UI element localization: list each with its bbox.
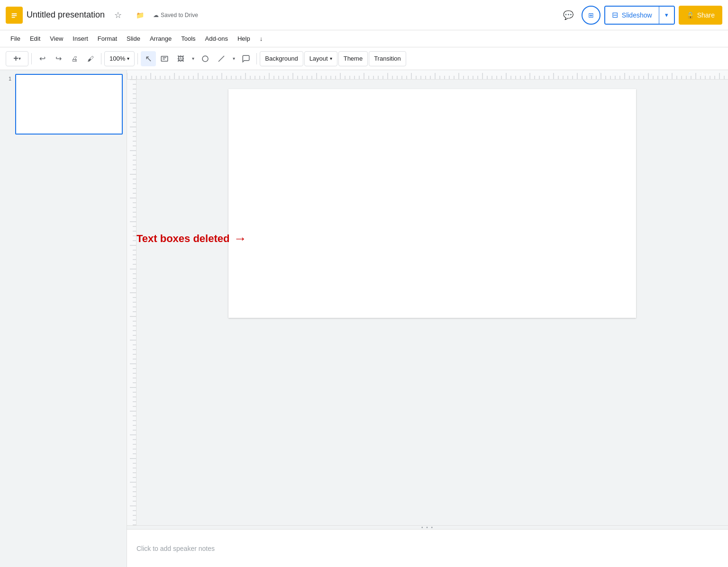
menu-slide[interactable]: Slide [122,33,145,44]
header: Untitled presentation ☆ 📁 ☁ Saved to Dri… [0,0,728,30]
line-dropdown-button[interactable]: ▾ [230,51,237,66]
redo-button[interactable]: ↪ [51,51,66,66]
svg-rect-3 [12,17,15,18]
cursor-tool-button[interactable]: ↖ [141,51,156,66]
folder-button[interactable]: 📁 [130,6,149,25]
star-button[interactable]: ☆ [109,6,127,25]
layout-dropdown-icon: ▾ [330,56,332,61]
image-dropdown-button[interactable]: ▾ [189,51,197,66]
annotation-text: Text boxes deleted [136,233,229,245]
resize-handle[interactable]: • • • [127,525,728,529]
slide-workspace: Text boxes deleted → [127,80,728,525]
present-options-button[interactable]: ⊞ [582,6,601,25]
lock-icon: 🔒 [686,11,694,19]
title-row: Untitled presentation ☆ 📁 ☁ Saved to Dri… [27,6,555,25]
google-slides-logo [6,7,23,24]
slide-item-1[interactable]: 1 [4,74,123,135]
notes-placeholder[interactable]: Click to add speaker notes [136,545,215,552]
separator-2 [101,53,101,64]
ruler-top [127,70,728,80]
shape-button[interactable] [198,51,213,66]
saved-status: ☁ Saved to Drive [153,12,198,18]
textbox-button[interactable] [157,51,172,66]
title-area: Untitled presentation ☆ 📁 ☁ Saved to Dri… [27,6,555,25]
slide-canvas-container[interactable]: Text boxes deleted → [136,80,728,525]
menu-edit[interactable]: Edit [25,33,45,44]
main-area: 1 Text boxes deleted → [0,70,728,567]
theme-button[interactable]: Theme [338,51,368,66]
menubar: File Edit View Insert Format Slide Arran… [0,30,728,47]
svg-point-7 [202,56,208,62]
plus-icon: + [13,54,18,63]
menu-format[interactable]: Format [93,33,122,44]
header-right: 💬 ⊞ ⊟ Slideshow ▾ 🔒 Share [559,6,722,25]
slide-number-1: 1 [4,74,11,81]
add-dropdown-icon: ▾ [18,56,21,61]
slideshow-main-button[interactable]: ⊟ Slideshow [605,7,659,24]
slideshow-screen-icon: ⊟ [612,10,618,19]
svg-rect-2 [12,15,17,16]
presentation-title[interactable]: Untitled presentation [27,10,105,20]
menu-view[interactable]: View [45,33,68,44]
image-button[interactable]: 🖼 [173,51,188,66]
toolbar: + ▾ ↩ ↪ 🖨 🖌 100% ▾ ↖ 🖼 ▾ ▾ [0,47,728,70]
comment-button[interactable]: 💬 [559,6,578,25]
layout-button[interactable]: Layout ▾ [304,51,337,66]
menu-addons[interactable]: Add-ons [200,33,233,44]
transition-button[interactable]: Transition [369,51,406,66]
menu-file[interactable]: File [6,33,25,44]
menu-arrange[interactable]: Arrange [145,33,176,44]
speaker-notes[interactable]: Click to add speaker notes [127,529,728,567]
slideshow-button-group: ⊟ Slideshow ▾ [604,6,675,25]
svg-line-8 [218,56,224,62]
title-icons: ☆ 📁 [109,6,149,25]
zoom-button[interactable]: 100% ▾ [104,51,135,66]
ruler-left [127,80,136,525]
separator-4 [256,53,257,64]
menu-accessibility[interactable]: ↓ [255,33,268,44]
slide-canvas[interactable] [228,89,636,318]
menu-help[interactable]: Help [233,33,255,44]
zoom-value: 100% [109,55,125,62]
add-button[interactable]: + ▾ [6,51,28,66]
separator-1 [31,53,32,64]
print-button[interactable]: 🖨 [67,51,82,66]
separator-3 [137,53,138,64]
canvas-area: Text boxes deleted → • • • Click to add … [127,70,728,567]
format-paint-button[interactable]: 🖌 [83,51,98,66]
undo-button[interactable]: ↩ [35,51,50,66]
line-button[interactable] [214,51,229,66]
slide-panel[interactable]: 1 [0,70,127,567]
share-button[interactable]: 🔒 Share [679,6,722,25]
slide-thumbnail-1[interactable] [15,74,123,135]
zoom-dropdown-icon: ▾ [127,56,129,61]
background-button[interactable]: Background [260,51,303,66]
cloud-icon: ☁ [153,12,159,18]
menu-insert[interactable]: Insert [68,33,93,44]
svg-rect-1 [12,13,17,14]
menu-tools[interactable]: Tools [176,33,200,44]
comment-toolbar-button[interactable] [238,51,254,66]
slideshow-dropdown-button[interactable]: ▾ [659,7,674,24]
